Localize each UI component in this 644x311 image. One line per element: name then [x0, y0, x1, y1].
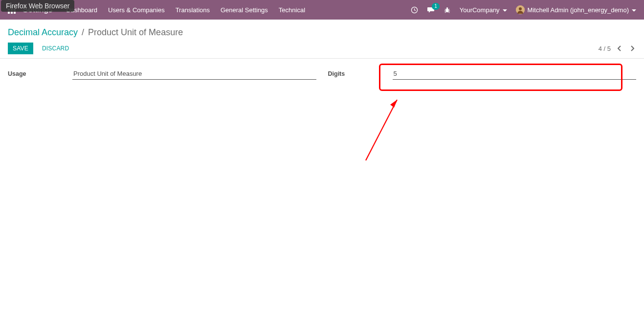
form-col-right: Digits: [328, 67, 637, 80]
debug-icon[interactable]: [444, 6, 451, 14]
svg-rect-7: [11, 12, 13, 14]
pager-counter[interactable]: 4 / 5: [599, 45, 611, 52]
pager: 4 / 5: [599, 44, 636, 52]
top-menu: Dashboard Users & Companies Translations…: [66, 6, 305, 14]
chevron-down-icon: [632, 6, 636, 14]
svg-rect-8: [14, 12, 16, 14]
menu-users-companies[interactable]: Users & Companies: [108, 6, 165, 14]
chevron-down-icon: [503, 6, 507, 14]
control-panel: Decimal Accuracy / Product Unit of Measu…: [0, 20, 644, 59]
discard-button[interactable]: DISCARD: [37, 43, 74, 54]
messages-icon[interactable]: 1: [427, 6, 435, 14]
svg-point-13: [519, 7, 522, 10]
svg-rect-6: [8, 12, 10, 14]
avatar: [516, 5, 525, 14]
annotation-arrow-icon: [362, 91, 406, 164]
messages-badge: 1: [432, 3, 440, 10]
usage-label: Usage: [8, 67, 72, 77]
digits-input[interactable]: [393, 67, 637, 80]
user-menu[interactable]: Mitchell Admin (john_energy_demo): [516, 5, 636, 14]
breadcrumb-current: Product Unit of Measure: [88, 27, 183, 38]
menu-technical[interactable]: Technical: [279, 6, 305, 14]
activities-icon[interactable]: [411, 6, 418, 14]
user-name: Mitchell Admin (john_energy_demo): [528, 6, 629, 14]
form-sheet: Usage Digits: [0, 59, 644, 89]
breadcrumb-parent[interactable]: Decimal Accuracy: [8, 27, 78, 38]
company-switcher[interactable]: YourCompany: [460, 6, 507, 14]
pager-next[interactable]: [628, 44, 636, 52]
svg-line-14: [366, 100, 397, 160]
menu-general-settings[interactable]: General Settings: [221, 6, 268, 14]
menu-translations[interactable]: Translations: [176, 6, 210, 14]
digits-label: Digits: [328, 67, 393, 77]
svg-point-11: [446, 7, 448, 9]
breadcrumb-separator: /: [82, 27, 84, 38]
topbar-right: 1 YourCompany Mitchell Admin (john_energ…: [411, 5, 636, 14]
pager-prev[interactable]: [616, 44, 623, 52]
form-col-left: Usage: [8, 67, 316, 80]
svg-marker-15: [390, 100, 397, 108]
svg-point-10: [445, 8, 448, 12]
browser-tag: Firefox Web Browser: [1, 0, 74, 12]
company-name: YourCompany: [460, 6, 500, 14]
usage-input[interactable]: [72, 67, 316, 80]
breadcrumb: Decimal Accuracy / Product Unit of Measu…: [8, 24, 636, 38]
save-button[interactable]: SAVE: [8, 43, 33, 54]
topbar: Settings Dashboard Users & Companies Tra…: [0, 0, 644, 20]
